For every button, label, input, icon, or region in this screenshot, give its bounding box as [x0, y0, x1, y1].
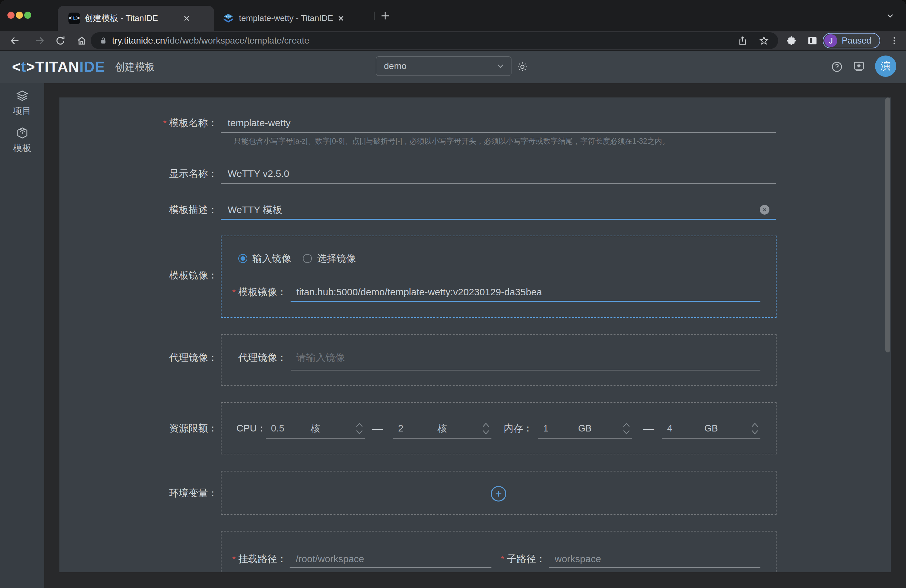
user-avatar[interactable]: 演 — [875, 56, 896, 77]
env-vars-box — [221, 471, 777, 515]
forward-button[interactable] — [34, 35, 46, 46]
browser-profile-button[interactable]: J Paused — [823, 33, 880, 48]
cpu-max-value: 2 — [398, 422, 404, 435]
input-underline — [549, 567, 760, 568]
layers-icon — [16, 89, 29, 102]
stepper-icon[interactable] — [355, 421, 364, 436]
memory-max-value: 4 — [667, 422, 673, 435]
field-label-sub-path: *子路径： — [481, 553, 546, 566]
required-mark: * — [232, 287, 236, 297]
stepper-icon[interactable] — [482, 421, 490, 436]
reload-button[interactable] — [54, 35, 66, 46]
input-underline — [290, 567, 491, 568]
memory-max-unit: GB — [705, 422, 718, 435]
template-image-input[interactable]: titan.hub:5000/demo/template-wetty:v2023… — [297, 285, 542, 298]
main-content: 项目 模板 *模板名称： template-wetty 只能包含小写字母[a-z… — [0, 83, 906, 588]
new-tab-button[interactable] — [380, 10, 391, 21]
browser-menu-icon[interactable] — [888, 35, 900, 46]
radio-select-image[interactable] — [303, 254, 312, 263]
sidebar-item-templates[interactable]: 模板 — [0, 126, 44, 154]
input-underline — [221, 183, 776, 183]
radio-input-image[interactable] — [238, 254, 247, 263]
back-button[interactable] — [9, 35, 21, 46]
stepper-icon[interactable] — [622, 421, 631, 436]
radio-label: 输入镜像 — [252, 252, 291, 265]
tab-search-chevron-icon[interactable] — [885, 11, 895, 21]
memory-min-input[interactable]: 1 GB — [538, 419, 632, 438]
browser-window: <t> 创建模板 - TitanIDE template-wetty - Tit… — [0, 0, 906, 588]
cpu-min-value: 0.5 — [271, 422, 284, 435]
zoom-window-button[interactable] — [24, 12, 31, 19]
close-tab-icon[interactable] — [336, 13, 346, 24]
field-label-proxy-image: 代理镜像： — [222, 351, 287, 364]
template-name-hint: 只能包含小写字母[a-z]、数字[0-9]、点[.]与破折号[-]，必须以小写字… — [234, 135, 669, 148]
stepper-icon[interactable] — [751, 421, 759, 436]
cpu-label: CPU： — [236, 422, 266, 435]
input-underline — [221, 132, 776, 133]
field-label-display-name: 显示名称： — [82, 167, 218, 180]
app-header: <t>TITANIDE 创建模板 demo 演 — [0, 51, 906, 83]
range-dash: — — [643, 422, 654, 435]
address-bar[interactable]: try.titanide.cn/ide/web/workspace/templa… — [91, 32, 778, 49]
admin-console-icon[interactable] — [852, 61, 865, 73]
side-panel-icon[interactable] — [807, 35, 818, 46]
input-underline-focused — [221, 219, 776, 220]
close-window-button[interactable] — [8, 12, 14, 19]
memory-min-unit: GB — [578, 422, 592, 435]
tab-divider — [374, 12, 375, 20]
titanide-favicon: <t> — [69, 13, 80, 24]
proxy-image-box: 代理镜像： 请输入镜像 — [221, 334, 777, 386]
template-name-input[interactable]: template-wetty — [228, 116, 290, 129]
memory-max-input[interactable]: 4 GB — [662, 419, 760, 438]
tab-template-wetty[interactable]: template-wetty - TitanIDE — [217, 6, 371, 31]
memory-label: 内存： — [504, 422, 533, 435]
field-label-resources: 资源限额： — [82, 422, 218, 435]
input-underline-focused — [290, 301, 760, 302]
required-mark: * — [163, 118, 167, 128]
extensions-puzzle-icon[interactable] — [786, 35, 797, 46]
cpu-max-input[interactable]: 2 核 — [393, 419, 491, 438]
page-title: 创建模板 — [115, 61, 155, 74]
clear-input-icon[interactable] — [760, 205, 769, 215]
proxy-image-input[interactable]: 请输入镜像 — [297, 351, 345, 364]
scrollbar-thumb[interactable] — [885, 97, 890, 352]
workspace-settings-gear-icon[interactable] — [516, 61, 529, 73]
cpu-min-unit: 核 — [311, 422, 320, 435]
share-icon[interactable] — [737, 35, 748, 46]
sidebar-item-projects[interactable]: 项目 — [0, 89, 44, 117]
cube-icon — [16, 126, 29, 139]
titanide-logo[interactable]: <t>TITANIDE — [12, 56, 105, 77]
tab-title: 创建模板 - TitanIDE — [85, 13, 182, 24]
required-mark: * — [232, 554, 236, 564]
tab-title: template-wetty - TitanIDE — [239, 13, 336, 23]
add-env-var-button[interactable] — [491, 486, 506, 502]
bookmark-star-icon[interactable] — [759, 35, 769, 46]
sidebar-item-label: 项目 — [13, 105, 31, 117]
minimize-window-button[interactable] — [16, 12, 23, 19]
field-label-image-group: 模板镜像： — [82, 269, 218, 282]
workspace-select[interactable]: demo — [376, 56, 512, 76]
image-group-box: 输入镜像 选择镜像 *模板镜像： titan.hub:5000/demo/tem… — [221, 236, 777, 318]
input-underline — [291, 370, 760, 370]
required-mark: * — [501, 554, 504, 564]
sidebar-item-label: 模板 — [13, 142, 31, 154]
cpu-min-input[interactable]: 0.5 核 — [266, 419, 365, 438]
field-label-proxy-group: 代理镜像： — [82, 351, 218, 364]
field-label-mount-path: *挂载路径： — [222, 553, 287, 566]
workspace-select-value: demo — [384, 61, 496, 71]
mount-path-input[interactable]: /root/workspace — [296, 553, 364, 566]
image-source-radio-group: 输入镜像 选择镜像 — [238, 252, 367, 265]
tab-create-template[interactable]: <t> 创建模板 - TitanIDE — [58, 6, 214, 31]
stack-favicon — [222, 12, 234, 24]
sidebar-nav: 项目 模板 — [0, 83, 44, 588]
help-icon[interactable] — [831, 61, 843, 73]
url-text: try.titanide.cn/ide/web/workspace/templa… — [112, 35, 309, 46]
profile-status: Paused — [842, 36, 871, 46]
memory-min-value: 1 — [543, 422, 549, 435]
mount-box: *挂载路径： /root/workspace *子路径： workspace — [221, 531, 777, 572]
display-name-input[interactable]: WeTTY v2.5.0 — [228, 167, 289, 180]
home-button[interactable] — [76, 35, 88, 46]
close-tab-icon[interactable] — [182, 13, 192, 24]
description-input[interactable]: WeTTY 模板 — [228, 203, 282, 216]
sub-path-input[interactable]: workspace — [555, 553, 601, 566]
